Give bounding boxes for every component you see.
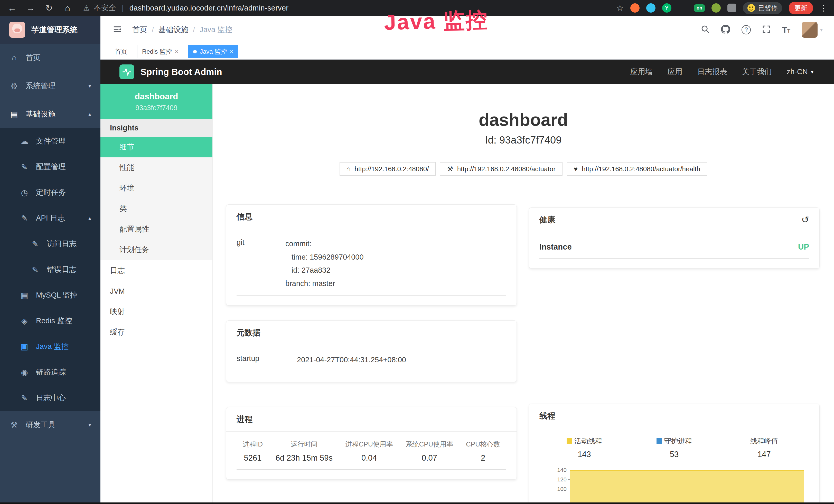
sidebar-item-system[interactable]: ⚙ 系统管理 ▾ — [0, 72, 101, 100]
address-bar[interactable]: ⚠ 不安全 | dashboard.yudao.iocoder.cn/infra… — [83, 3, 288, 13]
tab-home[interactable]: 首页 — [110, 45, 132, 58]
instance-link-health[interactable]: ♥ http://192.168.0.2:48080/actuator/heal… — [567, 162, 707, 176]
bookmark-star-icon[interactable]: ☆ — [616, 3, 623, 13]
extension-drop-icon[interactable] — [646, 3, 656, 13]
legend-square-blue — [657, 438, 662, 444]
url-text[interactable]: dashboard.yudao.iocoder.cn/infra/admin-s… — [129, 4, 289, 12]
sba-nav-applications[interactable]: 应用 — [667, 67, 682, 77]
breadcrumb-home[interactable]: 首页 — [132, 25, 147, 35]
threads-legend: 活动线程 143 守护进程 53 线程峰值 — [540, 436, 809, 459]
sba-nav-wall[interactable]: 应用墙 — [630, 67, 653, 77]
menu-kebab-icon[interactable]: ⋮ — [820, 4, 827, 13]
sba-item-details[interactable]: 细节 — [101, 137, 213, 157]
sba-instance-name: dashboard — [103, 92, 210, 101]
card-metadata: 元数据 startup 2021-04-27T00:44:31.254+08:0… — [226, 320, 517, 382]
fullscreen-icon[interactable] — [762, 25, 771, 35]
process-col: 系统CPU使用率 0.07 — [405, 440, 453, 463]
sidebar-item-files[interactable]: ☁ 文件管理 — [0, 129, 101, 154]
extension-leaf-icon[interactable] — [711, 3, 721, 13]
breadcrumb-separator: / — [193, 26, 195, 34]
breadcrumb-infra[interactable]: 基础设施 — [158, 25, 188, 35]
sba-item-jvm[interactable]: JVM — [101, 281, 213, 301]
info-key: git — [237, 237, 285, 290]
sidebar-item-redis[interactable]: ◈ Redis 监控 — [0, 308, 101, 334]
search-icon[interactable] — [701, 25, 710, 35]
sba-item-logs[interactable]: 日志 — [101, 260, 213, 281]
sidebar-item-tracing[interactable]: ◉ 链路追踪 — [0, 360, 101, 385]
eye-icon: ◉ — [20, 368, 29, 377]
sidebar-item-home[interactable]: ⌂ 首页 — [0, 44, 101, 72]
info-git-row: git commit: time: 1596289704000 id: 27aa… — [237, 237, 506, 296]
app-logo-bar[interactable]: 芋道管理系统 — [0, 16, 101, 44]
health-instance-row: Instance UP — [540, 240, 809, 258]
sba-insights-group: 细节 性能 环境 类 配置属性 计划任务 — [101, 137, 213, 260]
forward-icon[interactable]: → — [25, 3, 36, 13]
extension-yuque-icon[interactable]: Y — [662, 3, 672, 13]
extension-orange-icon[interactable] — [630, 3, 640, 13]
admin-header: 首页 / 基础设施 / Java 监控 ? TT — [101, 16, 834, 44]
extensions-puzzle-icon[interactable] — [727, 4, 736, 12]
sba-item-config-props[interactable]: 配置属性 — [101, 219, 213, 239]
sidebar-item-config[interactable]: ✎ 配置管理 — [0, 154, 101, 180]
sba-nav-about[interactable]: 关于我们 — [742, 67, 772, 77]
tab-java-monitor[interactable]: Java 监控 × — [188, 45, 238, 58]
process-col: 进程ID 5261 — [243, 440, 263, 463]
home-icon: ⌂ — [9, 53, 19, 62]
update-button[interactable]: 更新 — [789, 2, 813, 15]
sba-item-mappings[interactable]: 映射 — [101, 301, 213, 322]
legend-label: 守护进程 — [664, 437, 692, 445]
sba-language-select[interactable]: zh-CN ▾ — [787, 68, 813, 76]
gear-icon: ⚙ — [9, 82, 19, 91]
sidebar-item-error-log[interactable]: ✎ 错误日志 — [0, 257, 101, 282]
paused-badge[interactable]: 已暂停 — [743, 2, 782, 14]
doc-icon: ✎ — [30, 265, 40, 274]
admin-sidebar: 芋道管理系统 ⌂ 首页 ⚙ 系统管理 ▾ ▤ 基础设施 ▴ ☁ 文件管理 — [0, 16, 101, 504]
y-tick: 100 — [540, 486, 570, 495]
help-icon[interactable]: ? — [742, 25, 751, 35]
chevron-up-icon: ▴ — [88, 111, 91, 118]
extension-on-badge[interactable]: on — [694, 4, 705, 12]
card-threads: 线程 活动线程 143 守护进程 — [529, 404, 820, 504]
tabs-bar: 首页 Redis 监控 × Java 监控 × — [101, 44, 834, 60]
heartbeat-icon: ♥ — [574, 165, 578, 173]
sidebar-item-devtools[interactable]: ⚒ 研发工具 ▾ — [0, 411, 101, 439]
sba-nav-journal[interactable]: 日志报表 — [697, 67, 727, 77]
sba-item-metrics[interactable]: 性能 — [101, 157, 213, 178]
sba-item-caches[interactable]: 缓存 — [101, 322, 213, 343]
github-icon[interactable] — [721, 25, 730, 35]
process-col-label: 进程CPU使用率 — [346, 440, 393, 449]
sidebar-item-mysql[interactable]: ▦ MySQL 监控 — [0, 282, 101, 308]
user-menu[interactable]: ▾ — [802, 22, 823, 38]
sidebar-item-api-log[interactable]: ✎ API 日志 ▴ — [0, 205, 101, 231]
process-col-value: 0.04 — [346, 453, 393, 463]
back-icon[interactable]: ← — [7, 3, 18, 13]
home-icon[interactable]: ⌂ — [62, 3, 73, 13]
sba-language-value: zh-CN — [787, 68, 808, 76]
reload-icon[interactable]: ↻ — [44, 3, 54, 13]
font-size-icon[interactable]: TT — [782, 25, 790, 35]
sidebar-item-jobs[interactable]: ◷ 定时任务 — [0, 180, 101, 205]
link-label: http://192.168.0.2:48080/ — [354, 165, 429, 173]
close-icon[interactable]: × — [175, 48, 178, 55]
sba-item-classes[interactable]: 类 — [101, 199, 213, 219]
sba-instance-header[interactable]: dashboard 93a3fc7f7409 — [101, 84, 213, 119]
sidebar-item-java-monitor[interactable]: ▣ Java 监控 — [0, 334, 101, 360]
sidebar-item-access-log[interactable]: ✎ 访问日志 — [0, 231, 101, 257]
instance-link-actuator[interactable]: ⚒ http://192.168.0.2:48080/actuator — [440, 162, 562, 176]
history-icon[interactable]: ↺ — [802, 214, 809, 225]
tab-redis-monitor[interactable]: Redis 监控 × — [137, 45, 183, 58]
link-label: http://192.168.0.2:48080/actuator — [457, 165, 555, 173]
y-tick: 140 — [540, 467, 570, 476]
sba-item-scheduled-tasks[interactable]: 计划任务 — [101, 239, 213, 260]
sba-brand[interactable]: Spring Boot Admin — [119, 65, 222, 79]
sba-item-environment[interactable]: 环境 — [101, 178, 213, 199]
close-icon[interactable]: × — [230, 48, 233, 55]
card-metadata-body: startup 2021-04-27T00:44:31.254+08:00 — [226, 345, 517, 382]
sidebar-item-log-center[interactable]: ✎ 日志中心 — [0, 385, 101, 411]
sidebar-item-infra[interactable]: ▤ 基础设施 ▴ — [0, 100, 101, 129]
instance-link-root[interactable]: ⌂ http://192.168.0.2:48080/ — [339, 162, 436, 176]
process-col-label: 运行时间 — [276, 440, 333, 449]
redis-icon: ◈ — [20, 316, 29, 326]
hamburger-fold-icon[interactable] — [112, 25, 123, 35]
warning-icon: ⚠ — [83, 4, 90, 12]
